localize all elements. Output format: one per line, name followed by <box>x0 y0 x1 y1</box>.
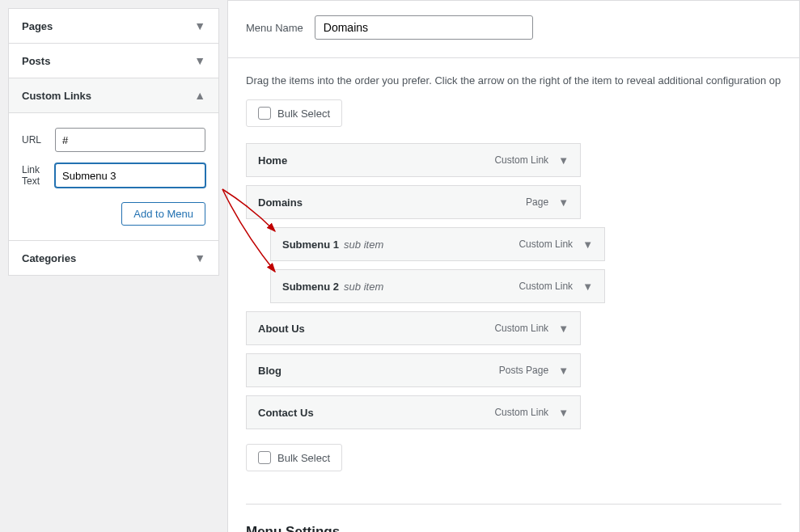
menu-item-type: Page <box>526 196 548 208</box>
bulk-select-bottom[interactable]: Bulk Select <box>246 444 342 471</box>
menu-items-list: HomeCustom Link▼DomainsPage▼Submenu 1sub… <box>246 143 781 429</box>
menu-item[interactable]: HomeCustom Link▼ <box>246 143 581 177</box>
chevron-down-icon[interactable]: ▼ <box>558 365 569 377</box>
bulk-select-label: Bulk Select <box>277 452 330 464</box>
chevron-down-icon: ▼ <box>194 54 205 67</box>
menu-item-type: Custom Link <box>519 281 573 292</box>
menu-name-label: Menu Name <box>246 22 303 34</box>
chevron-down-icon[interactable]: ▼ <box>558 323 569 335</box>
menu-item-sub-label: sub item <box>344 281 383 293</box>
sidebar: Pages ▼ Posts ▼ Custom Links ▲ URL Lin <box>0 0 227 532</box>
chevron-down-icon: ▼ <box>194 251 205 264</box>
main-area: Menu Name Drag the items into the order … <box>227 0 800 532</box>
menu-item-type: Custom Link <box>494 323 548 334</box>
link-text-label: Link Text <box>22 164 55 187</box>
menu-item-type: Custom Link <box>494 154 548 166</box>
bulk-select-checkbox[interactable] <box>258 451 271 464</box>
menu-item-type: Posts Page <box>499 365 548 376</box>
menu-item-title: Submenu 2 <box>282 281 339 293</box>
menu-settings: Menu Settings Auto add pages Automatical… <box>246 504 781 532</box>
chevron-up-icon: ▲ <box>194 89 205 102</box>
accordion-header-custom-links[interactable]: Custom Links ▲ <box>9 78 218 112</box>
menu-item[interactable]: DomainsPage▼ <box>246 185 581 219</box>
accordion-posts: Posts ▼ <box>8 43 219 78</box>
link-text-input[interactable] <box>55 163 205 188</box>
menu-item-sub-label: sub item <box>344 239 383 251</box>
menu-item-type: Custom Link <box>519 239 573 250</box>
menu-settings-title: Menu Settings <box>246 524 781 532</box>
accordion-body-custom-links: URL Link Text Add to Menu <box>9 112 218 240</box>
accordion-header-categories[interactable]: Categories ▼ <box>9 241 218 275</box>
menu-item-title: Home <box>258 154 287 167</box>
chevron-down-icon: ▼ <box>194 19 205 32</box>
menu-name-input[interactable] <box>315 15 533 40</box>
menu-item-title: Contact Us <box>258 407 314 419</box>
bulk-select-checkbox[interactable] <box>258 107 271 120</box>
chevron-down-icon[interactable]: ▼ <box>558 154 569 167</box>
accordion-title-posts: Posts <box>22 55 50 67</box>
accordion-title-custom-links: Custom Links <box>22 90 91 102</box>
menu-item[interactable]: Contact UsCustom Link▼ <box>246 395 581 429</box>
menu-item[interactable]: BlogPosts Page▼ <box>246 353 581 387</box>
accordion-categories: Categories ▼ <box>8 240 219 276</box>
bulk-select-top[interactable]: Bulk Select <box>246 99 342 127</box>
accordion-custom-links: Custom Links ▲ URL Link Text Add to Menu <box>8 78 219 241</box>
menu-item-type: Custom Link <box>494 407 548 418</box>
accordion-pages: Pages ▼ <box>8 8 219 44</box>
menu-item-title: About Us <box>258 323 305 335</box>
chevron-down-icon[interactable]: ▼ <box>582 239 593 251</box>
chevron-down-icon[interactable]: ▼ <box>582 281 593 293</box>
menu-item[interactable]: Submenu 2sub itemCustom Link▼ <box>270 269 605 303</box>
instructions-text: Drag the items into the order you prefer… <box>246 74 781 87</box>
menu-header: Menu Name <box>227 0 800 57</box>
menu-item-title: Blog <box>258 365 281 377</box>
accordion-title-categories: Categories <box>22 252 76 264</box>
accordion-header-posts[interactable]: Posts ▼ <box>9 44 218 78</box>
chevron-down-icon[interactable]: ▼ <box>558 407 569 419</box>
menu-body: Drag the items into the order you prefer… <box>227 57 800 532</box>
menu-item[interactable]: About UsCustom Link▼ <box>246 311 581 345</box>
accordion-header-pages[interactable]: Pages ▼ <box>9 9 218 43</box>
url-label: URL <box>22 134 55 146</box>
url-input[interactable] <box>55 128 205 152</box>
menu-item-title: Submenu 1 <box>282 239 339 251</box>
menu-item[interactable]: Submenu 1sub itemCustom Link▼ <box>270 227 605 261</box>
bulk-select-label: Bulk Select <box>277 108 330 120</box>
menu-item-title: Domains <box>258 196 303 209</box>
add-to-menu-button[interactable]: Add to Menu <box>121 202 205 226</box>
accordion-title-pages: Pages <box>22 20 53 32</box>
chevron-down-icon[interactable]: ▼ <box>558 196 569 209</box>
